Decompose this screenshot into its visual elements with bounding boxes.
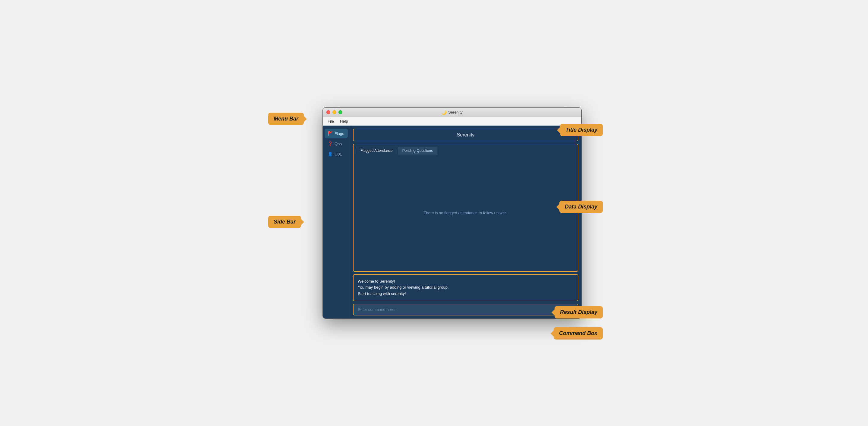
- data-content-empty: There is no flagged attendance to follow…: [353, 155, 578, 271]
- menu-help[interactable]: Help: [338, 118, 350, 124]
- sidebar-item-qns[interactable]: ❓ Qns: [324, 139, 348, 149]
- sidebar-g01-label: G01: [335, 152, 342, 156]
- command-input[interactable]: [353, 304, 578, 315]
- annotation-sidebar: Side Bar: [268, 216, 301, 228]
- annotation-title-display: Title Display: [560, 124, 603, 136]
- result-line-3: Start teaching with serenity!: [358, 291, 574, 297]
- close-button[interactable]: [327, 110, 330, 114]
- app-title-text: Serenity: [448, 110, 463, 114]
- app-icon: 🌙: [441, 110, 447, 115]
- flags-icon: 🚩: [328, 131, 333, 136]
- app-window: 🌙 Serenity File Help 🚩 Flags ❓ Qns: [322, 107, 582, 319]
- qns-icon: ❓: [328, 141, 333, 146]
- titlebar: 🌙 Serenity: [323, 107, 581, 117]
- sidebar-item-g01[interactable]: 👤 G01: [324, 149, 348, 159]
- data-empty-message: There is no flagged attendance to follow…: [424, 210, 508, 215]
- sidebar-item-flags[interactable]: 🚩 Flags: [324, 129, 348, 138]
- maximize-button[interactable]: [338, 110, 342, 114]
- titlebar-title: 🌙 Serenity: [441, 110, 463, 115]
- page-wrapper: Menu Bar Side Bar Title Display Data Dis…: [268, 107, 600, 319]
- tab-pending-questions[interactable]: Pending Questions: [398, 147, 437, 155]
- annotation-data-display: Data Display: [559, 201, 603, 213]
- menubar: File Help: [323, 117, 581, 126]
- g01-icon: 👤: [328, 152, 333, 156]
- main-content: Serenity Flagged Attendance Pending Ques…: [350, 126, 581, 319]
- sidebar-qns-label: Qns: [335, 141, 342, 146]
- menu-file[interactable]: File: [325, 118, 336, 124]
- titlebar-buttons: [327, 110, 342, 114]
- title-display-text: Serenity: [457, 132, 475, 137]
- annotation-menubar: Menu Bar: [268, 113, 304, 125]
- app-body: 🚩 Flags ❓ Qns 👤 G01 Serenity: [323, 126, 581, 319]
- minimize-button[interactable]: [333, 110, 336, 114]
- command-box: [353, 304, 578, 316]
- annotation-result-display: Result Display: [555, 306, 603, 319]
- tab-flagged-attendance[interactable]: Flagged Attendance: [356, 147, 397, 155]
- title-display: Serenity: [353, 129, 578, 141]
- annotation-command-box: Command Box: [554, 327, 603, 339]
- result-line-2: You may begin by adding or viewing a tut…: [358, 285, 574, 291]
- result-display: Welcome to Serenity! You may begin by ad…: [353, 274, 578, 301]
- sidebar-flags-label: Flags: [335, 131, 344, 136]
- data-display: Flagged Attendance Pending Questions The…: [353, 144, 578, 272]
- result-line-1: Welcome to Serenity!: [358, 278, 574, 285]
- sidebar: 🚩 Flags ❓ Qns 👤 G01: [323, 126, 350, 319]
- data-tabs: Flagged Attendance Pending Questions: [353, 144, 578, 155]
